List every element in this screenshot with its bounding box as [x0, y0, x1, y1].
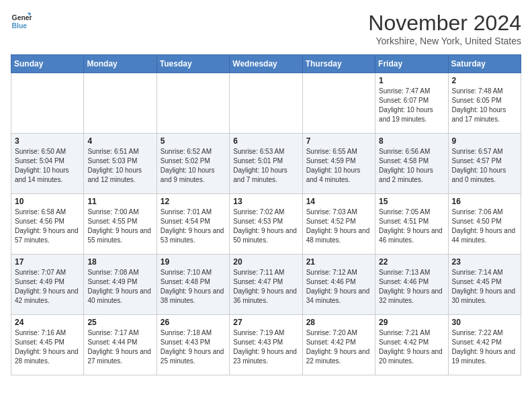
day-info: Sunrise: 7:06 AMSunset: 4:50 PMDaylight:…	[452, 208, 517, 245]
calendar-cell: 17Sunrise: 7:07 AMSunset: 4:49 PMDayligh…	[11, 255, 84, 315]
calendar-cell: 4Sunrise: 6:51 AMSunset: 5:03 PMDaylight…	[84, 134, 157, 194]
weekday-header-row: SundayMondayTuesdayWednesdayThursdayFrid…	[11, 55, 521, 73]
calendar-week-row: 3Sunrise: 6:50 AMSunset: 5:04 PMDaylight…	[11, 134, 521, 194]
calendar-cell: 20Sunrise: 7:11 AMSunset: 4:47 PMDayligh…	[230, 255, 302, 315]
day-number: 23	[452, 257, 517, 267]
calendar-cell: 27Sunrise: 7:19 AMSunset: 4:43 PMDayligh…	[230, 315, 302, 375]
day-info: Sunrise: 7:00 AMSunset: 4:55 PMDaylight:…	[87, 208, 152, 245]
day-info: Sunrise: 7:13 AMSunset: 4:46 PMDaylight:…	[379, 268, 444, 306]
calendar-cell: 6Sunrise: 6:53 AMSunset: 5:01 PMDaylight…	[230, 134, 302, 194]
day-info: Sunrise: 7:05 AMSunset: 4:51 PMDaylight:…	[379, 208, 444, 245]
day-info: Sunrise: 7:10 AMSunset: 4:48 PMDaylight:…	[161, 268, 226, 306]
calendar-cell: 13Sunrise: 7:02 AMSunset: 4:53 PMDayligh…	[230, 194, 302, 255]
calendar-cell: 2Sunrise: 7:48 AMSunset: 6:05 PMDaylight…	[448, 73, 521, 134]
day-number: 19	[161, 257, 226, 267]
weekday-header: Friday	[375, 55, 448, 73]
calendar-week-row: 1Sunrise: 7:47 AMSunset: 6:07 PMDaylight…	[11, 73, 521, 134]
day-number: 27	[233, 318, 298, 327]
day-info: Sunrise: 6:58 AMSunset: 4:56 PMDaylight:…	[15, 208, 80, 245]
logo-icon: General Blue	[11, 11, 32, 32]
weekday-header: Monday	[84, 55, 157, 73]
day-number: 16	[452, 197, 517, 206]
calendar-cell: 30Sunrise: 7:22 AMSunset: 4:42 PMDayligh…	[448, 315, 521, 375]
day-info: Sunrise: 6:51 AMSunset: 5:03 PMDaylight:…	[87, 147, 152, 185]
day-number: 22	[379, 257, 444, 267]
day-number: 18	[87, 257, 152, 267]
month-title: November 2024	[368, 11, 521, 36]
calendar-cell: 9Sunrise: 6:57 AMSunset: 4:57 PMDaylight…	[448, 134, 521, 194]
day-info: Sunrise: 7:08 AMSunset: 4:49 PMDaylight:…	[87, 268, 152, 306]
calendar-cell: 15Sunrise: 7:05 AMSunset: 4:51 PMDayligh…	[375, 194, 448, 255]
weekday-header: Tuesday	[157, 55, 229, 73]
day-number: 28	[306, 318, 371, 327]
day-info: Sunrise: 6:55 AMSunset: 4:59 PMDaylight:…	[306, 147, 371, 185]
day-info: Sunrise: 6:56 AMSunset: 4:58 PMDaylight:…	[379, 147, 444, 185]
day-number: 30	[452, 318, 517, 327]
day-info: Sunrise: 7:48 AMSunset: 6:05 PMDaylight:…	[452, 87, 517, 124]
calendar-cell: 23Sunrise: 7:14 AMSunset: 4:45 PMDayligh…	[448, 255, 521, 315]
day-number: 29	[379, 318, 444, 327]
day-info: Sunrise: 7:01 AMSunset: 4:54 PMDaylight:…	[161, 208, 226, 245]
day-number: 8	[379, 136, 444, 146]
day-info: Sunrise: 7:07 AMSunset: 4:49 PMDaylight:…	[15, 268, 80, 306]
day-info: Sunrise: 7:17 AMSunset: 4:44 PMDaylight:…	[87, 328, 152, 366]
day-number: 12	[161, 197, 226, 206]
day-number: 14	[306, 197, 371, 206]
calendar-cell: 7Sunrise: 6:55 AMSunset: 4:59 PMDaylight…	[302, 134, 375, 194]
day-number: 4	[87, 136, 152, 146]
calendar-cell: 12Sunrise: 7:01 AMSunset: 4:54 PMDayligh…	[157, 194, 229, 255]
calendar-cell: 22Sunrise: 7:13 AMSunset: 4:46 PMDayligh…	[375, 255, 448, 315]
calendar-week-row: 10Sunrise: 6:58 AMSunset: 4:56 PMDayligh…	[11, 194, 521, 255]
day-number: 2	[452, 76, 517, 85]
calendar-week-row: 17Sunrise: 7:07 AMSunset: 4:49 PMDayligh…	[11, 255, 521, 315]
day-info: Sunrise: 7:03 AMSunset: 4:52 PMDaylight:…	[306, 208, 371, 245]
calendar-cell: 18Sunrise: 7:08 AMSunset: 4:49 PMDayligh…	[84, 255, 157, 315]
calendar-cell: 24Sunrise: 7:16 AMSunset: 4:45 PMDayligh…	[11, 315, 84, 375]
day-number: 11	[87, 197, 152, 206]
day-info: Sunrise: 6:57 AMSunset: 4:57 PMDaylight:…	[452, 147, 517, 185]
calendar-cell: 10Sunrise: 6:58 AMSunset: 4:56 PMDayligh…	[11, 194, 84, 255]
day-number: 13	[233, 197, 298, 206]
calendar-cell	[157, 73, 229, 134]
day-info: Sunrise: 7:19 AMSunset: 4:43 PMDaylight:…	[233, 328, 298, 366]
day-number: 15	[379, 197, 444, 206]
day-number: 1	[379, 76, 444, 85]
calendar-cell	[84, 73, 157, 134]
weekday-header: Thursday	[302, 55, 375, 73]
day-number: 9	[452, 136, 517, 146]
calendar-week-row: 24Sunrise: 7:16 AMSunset: 4:45 PMDayligh…	[11, 315, 521, 375]
calendar-cell: 16Sunrise: 7:06 AMSunset: 4:50 PMDayligh…	[448, 194, 521, 255]
day-number: 17	[15, 257, 80, 267]
calendar-cell: 26Sunrise: 7:18 AMSunset: 4:43 PMDayligh…	[157, 315, 229, 375]
day-info: Sunrise: 6:52 AMSunset: 5:02 PMDaylight:…	[161, 147, 226, 185]
calendar-cell	[230, 73, 302, 134]
day-number: 21	[306, 257, 371, 267]
day-number: 7	[306, 136, 371, 146]
day-info: Sunrise: 7:11 AMSunset: 4:47 PMDaylight:…	[233, 268, 298, 306]
day-number: 5	[161, 136, 226, 146]
title-area: November 2024 Yorkshire, New York, Unite…	[368, 11, 521, 46]
day-info: Sunrise: 6:53 AMSunset: 5:01 PMDaylight:…	[233, 147, 298, 185]
calendar-cell: 1Sunrise: 7:47 AMSunset: 6:07 PMDaylight…	[375, 73, 448, 134]
logo: General Blue	[11, 11, 32, 32]
day-number: 3	[15, 136, 80, 146]
day-number: 26	[161, 318, 226, 327]
day-info: Sunrise: 7:22 AMSunset: 4:42 PMDaylight:…	[452, 328, 517, 366]
day-number: 6	[233, 136, 298, 146]
day-info: Sunrise: 7:47 AMSunset: 6:07 PMDaylight:…	[379, 87, 444, 124]
day-number: 24	[15, 318, 80, 327]
calendar-cell	[11, 73, 84, 134]
weekday-header: Saturday	[448, 55, 521, 73]
weekday-header: Wednesday	[230, 55, 302, 73]
calendar-cell: 3Sunrise: 6:50 AMSunset: 5:04 PMDaylight…	[11, 134, 84, 194]
calendar-cell: 8Sunrise: 6:56 AMSunset: 4:58 PMDaylight…	[375, 134, 448, 194]
day-info: Sunrise: 6:50 AMSunset: 5:04 PMDaylight:…	[15, 147, 80, 185]
weekday-header: Sunday	[11, 55, 84, 73]
day-info: Sunrise: 7:12 AMSunset: 4:46 PMDaylight:…	[306, 268, 371, 306]
day-info: Sunrise: 7:14 AMSunset: 4:45 PMDaylight:…	[452, 268, 517, 306]
calendar-cell: 25Sunrise: 7:17 AMSunset: 4:44 PMDayligh…	[84, 315, 157, 375]
calendar-cell: 14Sunrise: 7:03 AMSunset: 4:52 PMDayligh…	[302, 194, 375, 255]
calendar-cell: 29Sunrise: 7:21 AMSunset: 4:42 PMDayligh…	[375, 315, 448, 375]
calendar-cell: 11Sunrise: 7:00 AMSunset: 4:55 PMDayligh…	[84, 194, 157, 255]
svg-text:Blue: Blue	[12, 22, 28, 30]
